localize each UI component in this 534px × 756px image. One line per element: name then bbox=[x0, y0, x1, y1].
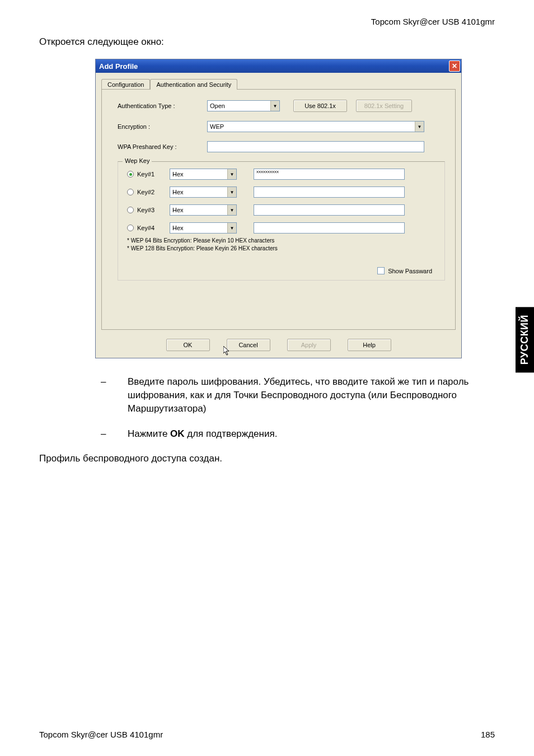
auth-type-value: Open bbox=[210, 102, 225, 109]
cancel-button[interactable]: Cancel bbox=[227, 339, 270, 351]
language-tab: РУССКИЙ bbox=[516, 307, 534, 372]
bullet-dash: – bbox=[101, 375, 128, 415]
help-button[interactable]: Help bbox=[348, 339, 391, 351]
auth-type-label: Authentication Type : bbox=[118, 102, 207, 109]
key1-format-select[interactable]: Hex ▼ bbox=[170, 169, 237, 180]
chevron-down-icon: ▼ bbox=[227, 223, 236, 233]
chevron-down-icon: ▼ bbox=[227, 187, 236, 197]
add-profile-dialog: Add Profile ✕ Configuration Authenticati… bbox=[95, 59, 462, 358]
key4-format-select[interactable]: Hex ▼ bbox=[170, 222, 237, 234]
show-password-label: Show Passward bbox=[388, 268, 432, 274]
key2-value-input[interactable] bbox=[254, 186, 405, 198]
chevron-down-icon: ▼ bbox=[227, 205, 236, 215]
key2-label: Key#2 bbox=[137, 189, 170, 195]
key1-label: Key#1 bbox=[137, 171, 170, 178]
ok-button[interactable]: OK bbox=[166, 339, 210, 351]
tab-configuration[interactable]: Configuration bbox=[101, 79, 150, 90]
wep-key-group-title: Wep Key bbox=[123, 157, 152, 164]
chevron-down-icon: ▼ bbox=[415, 122, 424, 132]
wep-hint-128: * WEP 128 Bits Encryption: Please Keyin … bbox=[127, 245, 435, 253]
dialog-title: Add Profile bbox=[99, 62, 138, 71]
encryption-select[interactable]: WEP ▼ bbox=[207, 121, 424, 132]
chevron-down-icon: ▼ bbox=[270, 101, 279, 111]
key1-value-input[interactable]: xxxxxxxxxx bbox=[254, 169, 405, 180]
key3-format-select[interactable]: Hex ▼ bbox=[170, 204, 237, 216]
wpa-psk-input[interactable] bbox=[207, 141, 424, 152]
bullet-text-2: Нажмите OK для подтверждения. bbox=[128, 427, 277, 441]
8021x-setting-button: 802.1x Setting bbox=[356, 100, 412, 112]
dialog-titlebar: Add Profile ✕ bbox=[96, 59, 461, 73]
footer-page-number: 185 bbox=[481, 730, 495, 739]
key4-format-value: Hex bbox=[172, 225, 184, 231]
wep-key-group: Wep Key Key#1 Hex ▼ xxxxxxxxxx bbox=[118, 161, 445, 281]
bullet-dash: – bbox=[101, 427, 128, 441]
use-8021x-button[interactable]: Use 802.1x bbox=[293, 100, 347, 112]
profile-created-text: Профиль беспроводного доступа создан. bbox=[39, 453, 495, 464]
header-product: Topcom Skyr@cer USB 4101gmr bbox=[39, 17, 495, 26]
show-password-checkbox[interactable] bbox=[377, 267, 385, 274]
key2-format-select[interactable]: Hex ▼ bbox=[170, 186, 237, 198]
chevron-down-icon: ▼ bbox=[227, 169, 236, 179]
intro-text: Откроется следующее окно: bbox=[39, 36, 495, 48]
key4-value-input[interactable] bbox=[254, 222, 405, 234]
tab-auth-security[interactable]: Authentication and Security bbox=[150, 79, 237, 90]
key2-radio[interactable] bbox=[127, 189, 134, 195]
apply-button: Apply bbox=[287, 339, 331, 351]
close-icon[interactable]: ✕ bbox=[449, 60, 460, 72]
encryption-value: WEP bbox=[210, 123, 224, 130]
key3-label: Key#3 bbox=[137, 207, 170, 213]
bullet-text-1: Введите пароль шифрования. Убедитесь, чт… bbox=[128, 375, 472, 415]
footer-product: Topcom Skyr@cer USB 4101gmr bbox=[39, 730, 163, 739]
key4-radio[interactable] bbox=[127, 225, 134, 231]
key3-format-value: Hex bbox=[172, 207, 184, 213]
key4-label: Key#4 bbox=[137, 225, 170, 231]
auth-type-select[interactable]: Open ▼ bbox=[207, 100, 280, 111]
key1-radio[interactable] bbox=[127, 171, 134, 178]
wep-hint-64: * WEP 64 Bits Encryption: Please Keyin 1… bbox=[127, 237, 435, 245]
key3-radio[interactable] bbox=[127, 207, 134, 213]
key2-format-value: Hex bbox=[172, 189, 184, 195]
wpa-psk-label: WPA Preshared Key : bbox=[118, 143, 207, 150]
key3-value-input[interactable] bbox=[254, 204, 405, 216]
encryption-label: Encryption : bbox=[118, 123, 207, 130]
key1-format-value: Hex bbox=[172, 171, 184, 178]
